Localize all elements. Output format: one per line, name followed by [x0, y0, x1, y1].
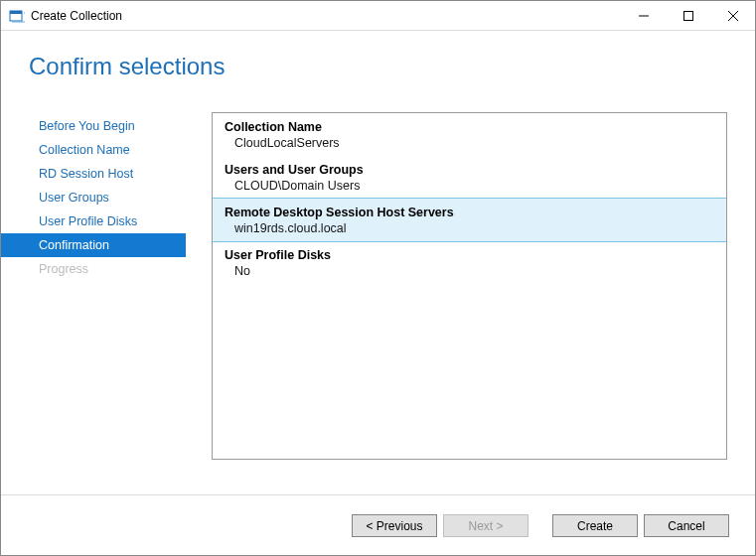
wizard-step[interactable]: Confirmation — [1, 233, 186, 257]
summary-section-value: CLOUD\Domain Users — [225, 179, 714, 193]
wizard-step[interactable]: Before You Begin — [1, 114, 186, 138]
wizard-step[interactable]: User Groups — [1, 186, 186, 209]
page-title: Confirm selections — [29, 53, 755, 80]
app-icon — [9, 8, 25, 24]
window-title: Create Collection — [31, 9, 621, 23]
summary-section[interactable]: User Profile DisksNo — [213, 241, 726, 284]
svg-rect-3 — [683, 11, 692, 20]
next-button: Next > — [443, 514, 529, 537]
wizard-steps-sidebar: Before You BeginCollection NameRD Sessio… — [1, 100, 186, 494]
svg-rect-1 — [10, 11, 22, 14]
previous-button[interactable]: < Previous — [352, 514, 437, 537]
wizard-step[interactable]: User Profile Disks — [1, 209, 186, 233]
minimize-button[interactable] — [621, 1, 666, 30]
summary-section-label: Collection Name — [225, 120, 714, 134]
summary-section-value: No — [225, 264, 714, 278]
summary-panel: Collection NameCloudLocalServersUsers an… — [212, 112, 727, 460]
summary-section[interactable]: Remote Desktop Session Host Serverswin19… — [212, 198, 727, 242]
create-button[interactable]: Create — [552, 514, 638, 537]
titlebar: Create Collection — [1, 1, 755, 31]
window-controls — [621, 1, 755, 30]
summary-section-value: CloudLocalServers — [225, 136, 714, 150]
page-header: Confirm selections — [1, 31, 755, 100]
cancel-button[interactable]: Cancel — [644, 514, 729, 537]
maximize-button[interactable] — [666, 1, 710, 30]
summary-section-label: User Profile Disks — [225, 248, 714, 262]
wizard-step[interactable]: Collection Name — [1, 138, 186, 162]
wizard-step[interactable]: RD Session Host — [1, 162, 186, 186]
summary-section-value: win19rds.cloud.local — [225, 221, 714, 235]
wizard-step: Progress — [1, 257, 186, 281]
summary-section-label: Users and User Groups — [225, 163, 714, 177]
summary-section[interactable]: Users and User GroupsCLOUD\Domain Users — [213, 156, 726, 199]
wizard-footer: < Previous Next > Create Cancel — [1, 494, 755, 556]
summary-section-label: Remote Desktop Session Host Servers — [225, 206, 714, 219]
summary-section[interactable]: Collection NameCloudLocalServers — [213, 113, 726, 156]
close-button[interactable] — [710, 1, 755, 30]
